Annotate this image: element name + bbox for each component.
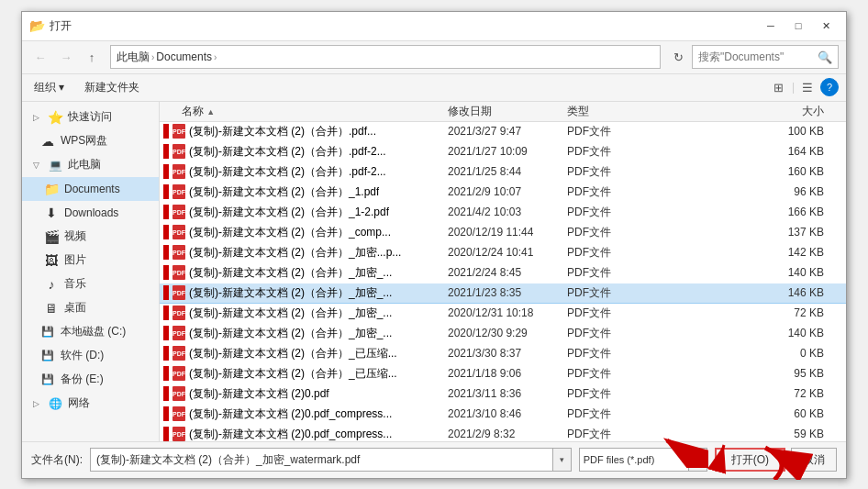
file-date-col: 2021/2/24 8:45 [448, 266, 567, 279]
forward-button[interactable]: → [55, 46, 77, 68]
maximize-button[interactable]: □ [785, 17, 811, 35]
up-button[interactable]: ↑ [81, 46, 103, 68]
close-button[interactable]: ✕ [813, 17, 839, 35]
col-header-name[interactable]: 名称 ▲ [163, 104, 448, 119]
sidebar-item-disk-c[interactable]: 💾 本地磁盘 (C:) [22, 320, 159, 344]
file-name-text: (复制)-新建文本文档 (2)（合并）_加密_... [189, 265, 392, 281]
table-row[interactable]: PDF(复制)-新建文本文档 (2)0.pdf2021/3/11 8:36PDF… [160, 384, 846, 405]
pdf-file-icon: PDF [172, 184, 185, 199]
dialog-window: 📂 打开 ─ □ ✕ ← → ↑ 此电脑 › Documents › ↻ 🔍 [21, 11, 847, 479]
sidebar-item-disk-d[interactable]: 💾 软件 (D:) [22, 344, 159, 368]
disk-d-icon: 💾 [40, 350, 55, 361]
file-type-marker [163, 285, 169, 300]
file-size-col: 96 KB [659, 185, 842, 198]
sidebar-item-quick-access[interactable]: ▷ ⭐ 快速访问 [22, 106, 159, 129]
sidebar-item-documents[interactable]: 📁 Documents [22, 177, 159, 201]
sidebar-label-desktop: 桌面 [64, 300, 86, 316]
table-row[interactable]: PDF(复制)-新建文本文档 (2)（合并）_加密_...2021/2/24 8… [160, 263, 846, 283]
sidebar-item-wps[interactable]: ☁ WPS网盘 [22, 129, 159, 153]
file-type-col: PDF文件 [567, 205, 659, 220]
filename-dropdown-button[interactable]: ▾ [552, 449, 571, 471]
address-sep-1: › [151, 52, 154, 62]
file-type-col: PDF文件 [567, 366, 659, 382]
table-row[interactable]: PDF(复制)-新建文本文档 (2)（合并）.pdf-2...2021/1/25… [160, 162, 846, 183]
file-type-col: PDF文件 [567, 184, 659, 200]
pdf-file-icon: PDF [172, 245, 185, 260]
file-size-col: 137 KB [659, 226, 842, 239]
file-size-col: 0 KB [659, 347, 842, 360]
table-row[interactable]: PDF(复制)-新建文本文档 (2)（合并）.pdf-2...2021/1/27… [160, 142, 846, 162]
pc-icon: 💻 [48, 159, 62, 172]
file-date-col: 2020/12/19 11:44 [448, 226, 567, 239]
sidebar-item-disk-e[interactable]: 💾 备份 (E:) [22, 368, 159, 392]
sidebar-item-desktop[interactable]: 🖥 桌面 [22, 296, 159, 320]
filename-input[interactable] [91, 453, 552, 466]
file-size-col: 72 KB [659, 387, 842, 400]
table-row[interactable]: PDF(复制)-新建文本文档 (2)（合并）_已压缩...2021/1/18 9… [160, 364, 846, 384]
sidebar-label-disk-c: 本地磁盘 (C:) [61, 324, 126, 339]
help-button[interactable]: ? [820, 78, 839, 96]
filetype-select-wrapper: PDF files (*.pdf) ▾ [579, 448, 707, 472]
organize-button[interactable]: 组织 ▾ [29, 77, 69, 98]
file-type-col: PDF文件 [567, 164, 659, 180]
col-header-type[interactable]: 类型 [567, 104, 659, 119]
table-row[interactable]: PDF(复制)-新建文本文档 (2)（合并）.pdf...2021/3/27 9… [160, 122, 846, 142]
organize-bar: 组织 ▾ 新建文件夹 ⊞ | ☰ ? [22, 74, 846, 102]
open-label: 打开(O) [731, 452, 769, 468]
address-path: 此电脑 › Documents › [117, 50, 217, 65]
file-type-col: PDF文件 [567, 346, 659, 361]
sidebar-item-pictures[interactable]: 🖼 图片 [22, 249, 159, 272]
file-type-marker [163, 326, 169, 340]
refresh-button[interactable]: ↻ [668, 47, 688, 67]
table-row[interactable]: PDF(复制)-新建文本文档 (2)0.pdf_compress...2021/… [160, 425, 846, 441]
file-type-marker [163, 306, 169, 320]
new-folder-button[interactable]: 新建文件夹 [76, 77, 148, 98]
minimize-button[interactable]: ─ [758, 17, 784, 35]
table-row[interactable]: PDF(复制)-新建文本文档 (2)（合并）_1-2.pdf2021/4/2 1… [160, 203, 846, 223]
filetype-dropdown-button[interactable]: ▾ [688, 449, 707, 471]
address-part-documents[interactable]: Documents [156, 50, 212, 63]
table-row[interactable]: PDF(复制)-新建文本文档 (2)（合并）_comp...2020/12/19… [160, 223, 846, 243]
table-row[interactable]: PDF(复制)-新建文本文档 (2)（合并）_加密_...2020/12/30 … [160, 324, 846, 344]
col-header-size[interactable]: 大小 [659, 104, 842, 119]
file-date-col: 2021/4/2 10:03 [448, 206, 567, 218]
table-row[interactable]: PDF(复制)-新建文本文档 (2)（合并）_加密_...2020/12/31 … [160, 304, 846, 324]
table-row[interactable]: PDF(复制)-新建文本文档 (2)（合并）_已压缩...2021/3/30 8… [160, 344, 846, 364]
table-row[interactable]: PDF(复制)-新建文本文档 (2)（合并）_加密_...2021/1/23 8… [160, 283, 846, 304]
sidebar-item-downloads[interactable]: ⬇ Downloads [22, 201, 159, 225]
table-row[interactable]: PDF(复制)-新建文本文档 (2)（合并）_1.pdf2021/2/9 10:… [160, 183, 846, 203]
file-name-text: (复制)-新建文本文档 (2)0.pdf_compress... [189, 406, 392, 422]
pdf-file-icon: PDF [172, 386, 185, 401]
view-grid-button[interactable]: ⊞ [768, 77, 790, 97]
col-header-date[interactable]: 修改日期 [448, 104, 567, 119]
disk-e-icon: 💾 [40, 373, 55, 385]
file-size-col: 166 KB [659, 206, 842, 218]
file-type-marker [163, 366, 169, 381]
search-icon-button[interactable]: 🔍 [818, 50, 832, 64]
sidebar-item-videos[interactable]: 🎬 视频 [22, 225, 159, 249]
search-input[interactable] [698, 50, 814, 63]
file-date-col: 2021/3/30 8:37 [448, 347, 567, 360]
pdf-file-icon: PDF [172, 346, 185, 361]
table-row[interactable]: PDF(复制)-新建文本文档 (2)（合并）_加密...p...2020/12/… [160, 243, 846, 263]
sidebar-label-music: 音乐 [64, 276, 86, 292]
sidebar-item-thispc[interactable]: ▽ 💻 此电脑 [22, 153, 159, 177]
file-date-col: 2021/1/23 8:35 [448, 286, 567, 299]
cancel-button[interactable]: 取消 [791, 448, 837, 472]
sidebar-item-network[interactable]: ▷ 🌐 网络 [22, 392, 159, 416]
sidebar-item-music[interactable]: ♪ 音乐 [22, 272, 159, 296]
file-name-text: (复制)-新建文本文档 (2)（合并）_加密_... [189, 285, 392, 301]
open-button[interactable]: 打开(O) [715, 448, 785, 472]
dialog-icon: 📂 [29, 18, 44, 33]
view-list-button[interactable]: ☰ [796, 77, 818, 97]
pdf-file-icon: PDF [172, 124, 185, 139]
sidebar-label-documents: Documents [64, 183, 120, 195]
file-date-col: 2020/12/24 10:41 [448, 246, 567, 259]
table-row[interactable]: PDF(复制)-新建文本文档 (2)0.pdf_compress...2021/… [160, 405, 846, 425]
file-type-marker [163, 406, 169, 421]
back-button[interactable]: ← [29, 46, 51, 68]
address-part-pc[interactable]: 此电脑 [117, 50, 150, 65]
file-size-col: 100 KB [659, 125, 842, 138]
file-size-col: 146 KB [659, 286, 842, 299]
sidebar-label-pictures: 图片 [64, 252, 86, 268]
